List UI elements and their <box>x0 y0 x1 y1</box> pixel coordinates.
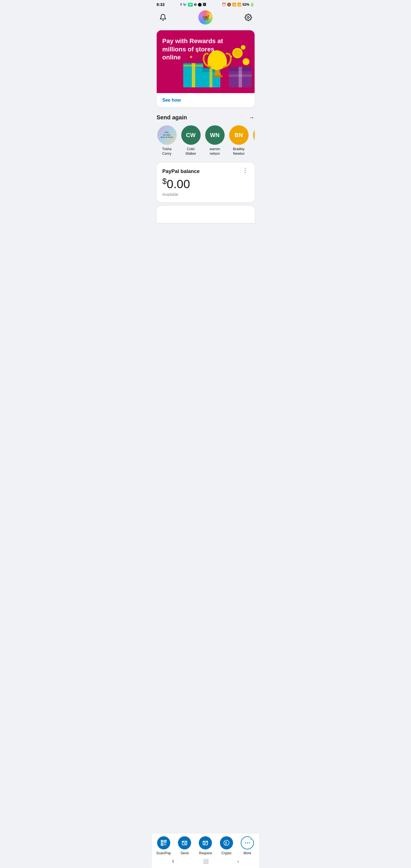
main-content: Pay with Rewards at millions of stores o… <box>152 28 259 269</box>
send-again-title: Send again <box>157 114 187 121</box>
contact-name-colin: ColinWalker <box>186 147 196 156</box>
contacts-row: SSCNu SkinSass & Frass TrishaConry CW Co… <box>157 125 255 157</box>
svg-rect-4 <box>183 65 203 67</box>
contact-avatar-bradley: BN <box>229 125 249 145</box>
circle-icon: ⬤ <box>198 3 201 6</box>
facebook-icon: f <box>180 3 182 6</box>
wifi-icon: 📶 <box>232 3 236 6</box>
balance-amount: $0.00 <box>162 177 249 191</box>
banner-bottom: See how <box>157 93 255 107</box>
minus-circle-icon: ⊖ <box>194 3 197 6</box>
notification-bell-button[interactable] <box>158 12 168 23</box>
contact-warren[interactable]: WN warrennelson <box>204 125 225 156</box>
image-icon: 🖼 <box>203 3 206 6</box>
svg-point-17 <box>243 58 249 65</box>
paypal-balance-card: PayPal balance ⋮ $0.00 Available <box>157 163 255 203</box>
contact-initials-bradley: BN <box>234 132 243 138</box>
contact-avatar-warren: WN <box>205 125 225 145</box>
svg-point-16 <box>233 49 242 57</box>
contact-avatar-colin: CW <box>181 125 201 145</box>
twitter-icon: 🐦 <box>183 3 187 6</box>
contact-trisha[interactable]: SSCNu SkinSass & Frass TrishaConry <box>157 125 177 156</box>
contact-name-bradley: BradleyNewton <box>233 147 245 156</box>
settings-button[interactable] <box>243 12 253 23</box>
app-header: 🦋 <box>152 8 259 28</box>
currency-symbol: $ <box>162 177 167 186</box>
svg-rect-11 <box>210 68 212 87</box>
status-right: ⏰ 🔕 📶 📶 52% 🔋 <box>222 3 254 6</box>
webtoon-icon: W <box>188 3 192 6</box>
svg-rect-13 <box>213 75 223 77</box>
status-bar: 9:33 f 🐦 W ⊖ ⬤ 🖼 ⏰ 🔕 📶 📶 52% 🔋 <box>152 0 259 8</box>
status-icons: f 🐦 W ⊖ ⬤ 🖼 <box>180 3 206 6</box>
mute-icon: 🔕 <box>227 3 231 6</box>
svg-point-0 <box>247 17 249 19</box>
signal-icon: 📶 <box>237 3 242 6</box>
balance-available-label: Available <box>162 192 249 197</box>
contact-avatar-trisha: SSCNu SkinSass & Frass <box>157 125 177 145</box>
rewards-banner-card[interactable]: Pay with Rewards at millions of stores o… <box>157 30 255 107</box>
contact-avatar-eric: ES <box>253 125 255 145</box>
contact-eric[interactable]: ES Eric Soto <box>253 125 255 156</box>
balance-value: 0.00 <box>167 177 190 191</box>
send-again-arrow[interactable]: → <box>249 114 255 121</box>
contact-initials-colin: CW <box>186 132 195 138</box>
balance-section: PayPal balance ⋮ $0.00 Available <box>157 163 255 223</box>
contact-initials-warren: WN <box>210 132 220 138</box>
svg-text:✦: ✦ <box>230 55 232 58</box>
svg-point-18 <box>241 45 246 50</box>
status-time: 9:33 <box>157 2 165 7</box>
alarm-icon: ⏰ <box>222 3 226 6</box>
svg-rect-14 <box>215 70 220 74</box>
svg-rect-8 <box>229 74 252 77</box>
contact-name-trisha: TrishaConry <box>162 147 171 156</box>
next-card-partial <box>157 206 255 223</box>
battery-icon: 🔋 <box>250 3 254 6</box>
banner-top: Pay with Rewards at millions of stores o… <box>157 30 255 93</box>
balance-title: PayPal balance <box>162 168 200 175</box>
app-logo: 🦋 <box>198 10 213 25</box>
balance-more-button[interactable]: ⋮ <box>242 168 249 172</box>
contact-bradley[interactable]: BN BradleyNewton <box>229 125 249 156</box>
send-again-section: Send again → SSCNu SkinSass & Frass Tris… <box>157 114 255 157</box>
contact-colin[interactable]: CW ColinWalker <box>181 125 201 156</box>
send-again-header: Send again → <box>157 114 255 121</box>
balance-header: PayPal balance ⋮ <box>162 168 249 175</box>
battery-level: 52% <box>242 3 249 6</box>
bottom-spacer <box>157 223 255 269</box>
contact-name-warren: warrennelson <box>210 147 220 156</box>
banner-title: Pay with Rewards at millions of stores o… <box>162 37 225 62</box>
svg-rect-7 <box>239 67 242 87</box>
see-how-link[interactable]: See how <box>162 98 181 102</box>
